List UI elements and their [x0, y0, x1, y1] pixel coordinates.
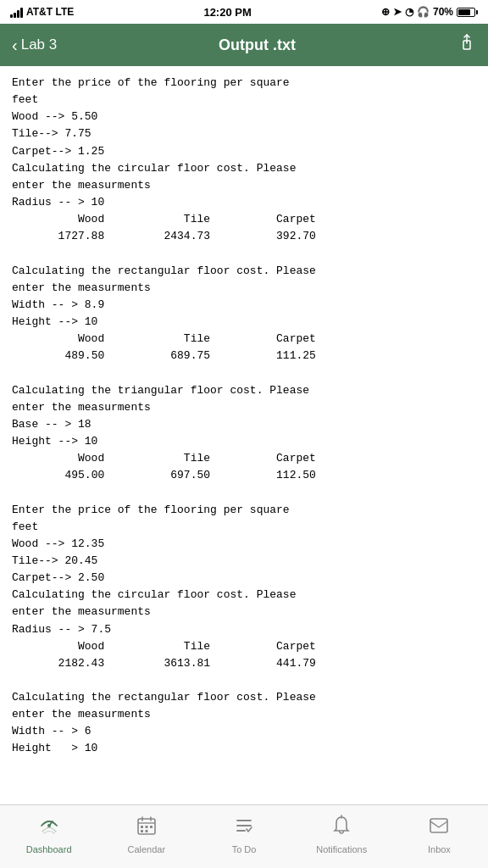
tab-todo-label: To Do: [232, 844, 257, 854]
headphone-icon: 🎧: [417, 6, 430, 18]
share-button[interactable]: [458, 34, 476, 57]
tab-inbox[interactable]: Inbox: [391, 805, 488, 868]
tab-bar: Dashboard Calendar: [0, 804, 488, 868]
svg-rect-7: [145, 830, 147, 832]
tab-dashboard-label: Dashboard: [26, 844, 72, 854]
tab-calendar[interactable]: Calendar: [97, 805, 195, 868]
back-button[interactable]: ‹ Lab 3: [12, 36, 57, 55]
signal-icon: [10, 6, 23, 18]
svg-rect-5: [150, 826, 152, 828]
nav-title: Output .txt: [219, 36, 296, 54]
svg-rect-9: [430, 819, 447, 832]
svg-rect-4: [145, 826, 147, 828]
alarm-icon: ◔: [405, 6, 413, 18]
svg-rect-6: [141, 830, 143, 832]
tab-todo[interactable]: To Do: [195, 805, 292, 868]
tab-calendar-label: Calendar: [127, 844, 165, 854]
status-left: AT&T LTE: [10, 6, 74, 18]
tab-notifications[interactable]: Notifications: [293, 805, 391, 868]
output-text: Enter the price of the flooring per squa…: [12, 75, 476, 758]
inbox-icon: [428, 815, 450, 842]
tab-notifications-label: Notifications: [316, 844, 367, 854]
tab-dashboard[interactable]: Dashboard: [0, 805, 97, 868]
dashboard-icon: [38, 815, 60, 842]
tab-inbox-label: Inbox: [428, 844, 451, 854]
navigation-icon: ➤: [393, 6, 402, 18]
battery-icon: [457, 8, 478, 17]
output-content: Enter the price of the flooring per squa…: [0, 66, 488, 795]
back-label: Lab 3: [21, 36, 58, 53]
nav-bar: ‹ Lab 3 Output .txt: [0, 24, 488, 66]
status-time: 12:20 PM: [203, 6, 251, 19]
battery-percent: 70%: [433, 6, 453, 18]
back-chevron-icon: ‹: [12, 36, 18, 55]
todo-icon: [233, 815, 255, 842]
svg-rect-3: [141, 826, 143, 828]
carrier-label: AT&T LTE: [26, 6, 74, 18]
svg-point-1: [47, 824, 51, 827]
location-icon: ⊕: [381, 6, 390, 18]
status-bar: AT&T LTE 12:20 PM ⊕ ➤ ◔ 🎧 70%: [0, 0, 488, 24]
calendar-icon: [136, 815, 158, 842]
status-right: ⊕ ➤ ◔ 🎧 70%: [381, 6, 478, 18]
notifications-icon: [330, 815, 352, 842]
